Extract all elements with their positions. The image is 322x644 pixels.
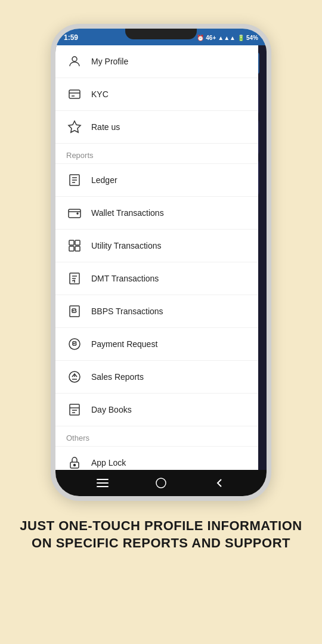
svg-rect-12 xyxy=(75,240,80,245)
applock-icon xyxy=(66,454,83,470)
svg-rect-42 xyxy=(97,486,109,487)
svg-rect-41 xyxy=(97,482,109,484)
phone-screen: My Profile KYC xyxy=(55,45,267,470)
svg-point-0 xyxy=(72,57,77,61)
status-time: 1:59 xyxy=(64,33,78,42)
dmt-icon xyxy=(66,270,83,287)
battery-level: 54% xyxy=(246,35,258,41)
network-type: 46+ xyxy=(206,35,216,41)
menu-item-wallet-transactions[interactable]: Wallet Transactions xyxy=(55,197,258,230)
phone-navigation-bar xyxy=(55,470,267,496)
profile-icon xyxy=(66,53,83,70)
ledger-icon xyxy=(66,172,83,188)
sales-reports-label: Sales Reports xyxy=(91,372,144,382)
svg-rect-18 xyxy=(70,306,79,317)
svg-point-10 xyxy=(77,213,78,214)
bbps-icon xyxy=(66,303,83,320)
svg-marker-4 xyxy=(69,121,80,132)
utility-icon xyxy=(66,237,83,254)
nav-back-icon[interactable] xyxy=(209,472,230,494)
nav-home-icon[interactable] xyxy=(150,472,172,494)
menu-item-utility-transactions[interactable]: Utility Transactions xyxy=(55,230,258,262)
menu-item-dmt-transactions[interactable]: DMT Transactions xyxy=(55,262,258,295)
svg-rect-1 xyxy=(69,90,80,98)
signal-icon: ▲▲▲ xyxy=(218,35,236,41)
daybooks-icon xyxy=(66,401,83,418)
svg-rect-27 xyxy=(70,404,79,415)
sales-icon xyxy=(66,369,83,385)
reports-section-header: Reports xyxy=(55,144,258,164)
menu-item-app-lock[interactable]: App Lock xyxy=(55,447,258,470)
payment-icon xyxy=(66,336,83,352)
menu-item-day-books[interactable]: Day Books xyxy=(55,394,258,426)
bottom-tagline: JUST ONE-TOUCH PROFILE INFORMATION ON SP… xyxy=(0,501,322,564)
menu-item-ledger[interactable]: Ledger xyxy=(55,164,258,197)
svg-point-32 xyxy=(74,465,76,466)
payment-request-label: Payment Request xyxy=(91,339,157,349)
bbps-transactions-label: BBPS Transactions xyxy=(91,306,163,316)
drawer-overlay: My Profile KYC xyxy=(55,45,267,470)
svg-rect-40 xyxy=(97,479,109,480)
others-section-header: Others xyxy=(55,426,258,447)
wallet-transactions-label: Wallet Transactions xyxy=(91,208,164,218)
profile-label: My Profile xyxy=(91,57,128,66)
dmt-transactions-label: DMT Transactions xyxy=(91,274,159,283)
day-books-label: Day Books xyxy=(91,405,132,414)
star-icon xyxy=(66,119,83,135)
svg-rect-13 xyxy=(69,246,74,251)
navigation-drawer: My Profile KYC xyxy=(55,45,258,470)
menu-item-sales-reports[interactable]: Sales Reports xyxy=(55,361,258,394)
menu-item-profile[interactable]: My Profile xyxy=(55,45,258,78)
phone-frame: 1:59 ⏰ 46+ ▲▲▲ 🔋 54% xyxy=(51,24,271,501)
status-right: ⏰ 46+ ▲▲▲ 🔋 54% xyxy=(197,35,258,41)
utility-transactions-label: Utility Transactions xyxy=(91,241,161,250)
phone-notch xyxy=(125,29,197,39)
svg-rect-14 xyxy=(75,246,80,251)
kyc-label: KYC xyxy=(91,89,109,99)
menu-item-rateus[interactable]: Rate us xyxy=(55,111,258,144)
wallet-icon xyxy=(66,205,83,221)
menu-item-bbps-transactions[interactable]: BBPS Transactions xyxy=(55,295,258,328)
alarm-icon: ⏰ xyxy=(197,35,204,41)
battery-icon: 🔋 xyxy=(237,35,244,41)
app-lock-label: App Lock xyxy=(91,458,126,467)
menu-item-payment-request[interactable]: Payment Request xyxy=(55,328,258,361)
kyc-icon xyxy=(66,86,83,103)
ledger-label: Ledger xyxy=(91,175,117,185)
svg-point-43 xyxy=(156,478,166,488)
svg-point-21 xyxy=(69,339,80,349)
nav-menu-icon[interactable] xyxy=(92,472,113,494)
svg-rect-9 xyxy=(69,209,80,218)
menu-item-kyc[interactable]: KYC xyxy=(55,78,258,111)
rateus-label: Rate us xyxy=(91,122,120,132)
svg-rect-11 xyxy=(69,240,74,245)
